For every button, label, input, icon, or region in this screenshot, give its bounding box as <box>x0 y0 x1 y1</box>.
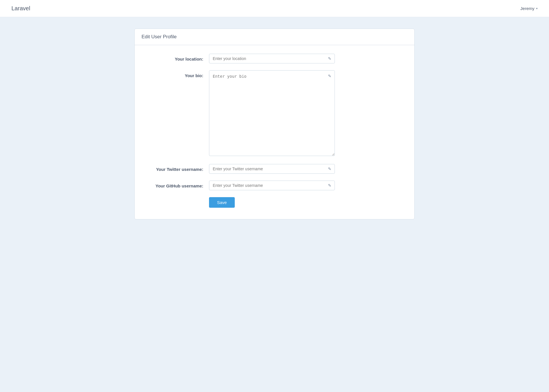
twitter-label: Your Twitter username: <box>146 164 209 172</box>
bio-textarea[interactable] <box>209 70 335 156</box>
navbar-username: Jeremy <box>520 6 534 11</box>
edit-profile-card: Edit User Profile Your location: ✎ Your … <box>134 29 415 219</box>
location-input[interactable] <box>209 54 335 63</box>
card-header: Edit User Profile <box>135 29 414 45</box>
github-label: Your GitHub username: <box>146 181 209 188</box>
github-input[interactable] <box>209 181 335 190</box>
location-input-wrapper: ✎ <box>209 54 335 63</box>
save-button-wrapper: Save <box>146 197 403 208</box>
twitter-form-group: Your Twitter username: ✎ <box>146 164 403 174</box>
card-title: Edit User Profile <box>142 34 407 40</box>
navbar: Laravel Jeremy ▾ <box>0 0 549 17</box>
location-label: Your location: <box>146 54 209 61</box>
card-body: Your location: ✎ Your bio: ✎ Your Twitte… <box>135 45 414 219</box>
twitter-input[interactable] <box>209 164 335 174</box>
navbar-user-menu[interactable]: Jeremy ▾ <box>520 6 538 11</box>
save-button[interactable]: Save <box>209 197 235 208</box>
bio-label: Your bio: <box>146 70 209 78</box>
page-content: Edit User Profile Your location: ✎ Your … <box>0 17 549 231</box>
bio-input-wrapper: ✎ <box>209 70 335 157</box>
github-form-group: Your GitHub username: ✎ <box>146 181 403 190</box>
bio-form-group: Your bio: ✎ <box>146 70 403 157</box>
location-form-group: Your location: ✎ <box>146 54 403 63</box>
dropdown-caret-icon: ▾ <box>536 7 538 10</box>
navbar-brand[interactable]: Laravel <box>11 5 30 12</box>
github-input-wrapper: ✎ <box>209 181 335 190</box>
twitter-input-wrapper: ✎ <box>209 164 335 174</box>
